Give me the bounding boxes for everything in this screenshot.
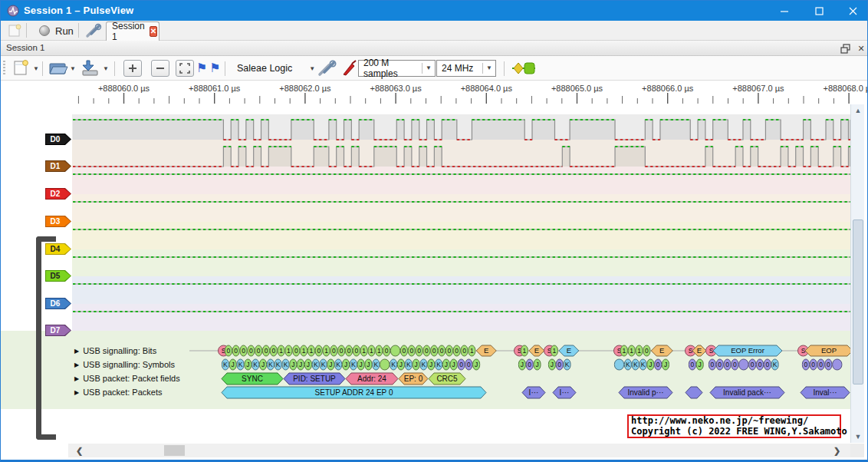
annotation: J — [413, 359, 419, 370]
copyright-url: http://www.neko.ne.jp/~freewing/ — [631, 416, 837, 427]
ruler-time-label: +888067.0 µs — [732, 84, 784, 93]
tab-session-1[interactable]: Session 1 ✕ — [106, 21, 159, 41]
configure-device-icon[interactable] — [317, 59, 337, 78]
annotation: J — [647, 359, 654, 370]
horizontal-scrollbar[interactable]: ❮ ❯ — [68, 444, 850, 457]
annotation: Addr: 24 — [346, 373, 398, 384]
annotation: 0 — [556, 359, 563, 370]
channel-label-d7[interactable]: D7 — [45, 325, 71, 336]
run-button[interactable]: Run — [33, 22, 80, 39]
channel-label-d4[interactable]: D4 — [45, 243, 71, 255]
close-button[interactable] — [837, 1, 868, 21]
svg-text:SYNC: SYNC — [242, 375, 263, 383]
channel-label-d0[interactable]: D0 — [45, 134, 71, 145]
annotation: 0 — [709, 359, 715, 370]
svg-text:0: 0 — [765, 361, 769, 368]
minimize-button[interactable] — [768, 1, 802, 21]
annotation: 0 — [353, 345, 360, 356]
svg-text:0: 0 — [227, 347, 231, 355]
device-selector[interactable]: Saleae Logic ▼ — [237, 60, 315, 77]
new-file-icon[interactable] — [12, 59, 30, 78]
zoom-in-button[interactable] — [123, 60, 142, 77]
annotation — [390, 345, 399, 356]
dock-close-icon[interactable]: ✕ — [855, 43, 867, 54]
vertical-scroll-thumb[interactable] — [853, 219, 863, 384]
scroll-left-icon[interactable]: ❮ — [76, 446, 83, 456]
svg-text:0: 0 — [432, 347, 436, 355]
annotation: J — [696, 359, 703, 370]
channel-label-d2[interactable]: D2 — [45, 188, 71, 200]
annotation: I··· — [522, 387, 545, 398]
channel-label-d3[interactable]: D3 — [45, 216, 71, 227]
scroll-up-icon[interactable]: ▲ — [853, 107, 863, 114]
svg-text:J: J — [521, 361, 524, 368]
scroll-down-icon[interactable]: ▼ — [853, 433, 863, 441]
annotation: I··· — [553, 387, 576, 398]
channel-label-d1[interactable]: D1 — [45, 160, 71, 172]
annotation: K — [267, 359, 274, 370]
annotation: E — [559, 345, 579, 356]
decoder-row-1: ▶ USB signalling: Symbols — [74, 359, 175, 370]
svg-text:0: 0 — [257, 347, 261, 355]
main-tab-bar: Run Session 1 ✕ — [1, 21, 867, 41]
vertical-scrollbar[interactable]: ▲ ▼ — [850, 104, 864, 443]
trace-view[interactable]: S00000001101101000011100000000001ES1ES1E… — [1, 104, 850, 443]
toolbar-grip[interactable] — [3, 61, 5, 76]
channel-group-bracket[interactable] — [36, 236, 56, 440]
svg-text:J: J — [551, 361, 554, 368]
annotation: J — [397, 359, 404, 370]
maximize-button[interactable] — [802, 1, 837, 21]
svg-text:K: K — [238, 361, 243, 368]
zoom-out-button[interactable] — [151, 60, 169, 77]
scroll-right-icon[interactable]: ❯ — [833, 446, 840, 456]
settings-wrench-icon[interactable] — [85, 23, 102, 38]
svg-text:1: 1 — [279, 347, 283, 355]
annotation: K — [436, 359, 442, 370]
annotation: J — [365, 359, 372, 370]
expander-icon[interactable]: ▶ — [74, 389, 79, 396]
copyright-text: Copyright (c) 2022 FREE WING,Y.Sakamoto — [631, 427, 837, 437]
svg-text:0: 0 — [448, 347, 452, 355]
horizontal-scroll-thumb[interactable] — [164, 445, 185, 456]
annotation: SETUP ADDR 24 EP 0 — [222, 387, 486, 398]
svg-text:0: 0 — [718, 361, 722, 368]
decoder-row-label: USB signalling: Bits — [83, 346, 156, 355]
svg-text:J: J — [475, 361, 478, 368]
chevron-down-icon: ▼ — [309, 65, 315, 72]
annotation — [380, 359, 390, 370]
title-bar[interactable]: Session 1 – PulseView — [1, 1, 867, 21]
expander-icon[interactable]: ▶ — [74, 361, 79, 368]
run-button-label: Run — [55, 25, 74, 37]
show-cursors-icon[interactable]: ⚑ ⚑ — [196, 59, 221, 78]
open-file-icon[interactable] — [48, 59, 68, 78]
channel-label-d5[interactable]: D5 — [45, 270, 71, 282]
annotation: K — [564, 359, 570, 370]
channels-probe-icon[interactable] — [341, 59, 358, 78]
channel-label-d6[interactable]: D6 — [45, 298, 71, 309]
save-file-dropdown-icon[interactable]: ▼ — [103, 59, 109, 78]
time-ruler[interactable]: +888060.0 µs+888061.0 µs+888062.0 µs+888… — [1, 81, 868, 104]
window-title: Session 1 – PulseView — [24, 5, 133, 16]
annotation: K — [373, 359, 380, 370]
float-window-icon[interactable] — [840, 43, 853, 54]
expander-icon[interactable]: ▶ — [74, 375, 79, 382]
svg-text:K: K — [284, 361, 288, 368]
zoom-fit-button[interactable] — [176, 60, 194, 77]
svg-text:J: J — [535, 361, 538, 368]
new-file-dropdown-icon[interactable]: ▼ — [33, 59, 39, 78]
annotation: J — [304, 359, 311, 370]
sample-rate-select[interactable]: 24 MHz ▼ — [436, 60, 496, 77]
expander-icon[interactable]: ▶ — [74, 348, 79, 355]
new-session-icon[interactable] — [8, 24, 21, 38]
annotation: K — [320, 359, 327, 370]
tab-close-icon[interactable]: ✕ — [150, 26, 157, 37]
save-file-icon[interactable] — [80, 59, 101, 78]
ruler-time-label: +888068.0 µs — [823, 84, 868, 93]
annotation: K — [350, 359, 357, 370]
annotation: K — [237, 359, 244, 370]
annotation: 0 — [248, 345, 255, 356]
separator — [504, 61, 505, 76]
sample-count-select[interactable]: 200 M samples ▼ — [358, 60, 436, 77]
add-decoder-icon[interactable] — [511, 59, 536, 78]
open-file-dropdown-icon[interactable]: ▼ — [70, 59, 76, 78]
